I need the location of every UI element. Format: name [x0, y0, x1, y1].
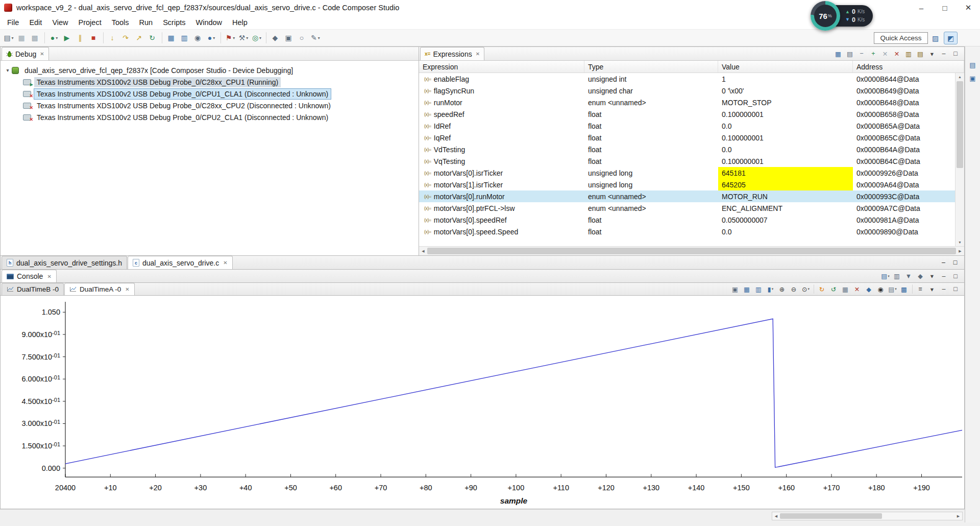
scroll-down-arrow[interactable]: ▼ [955, 238, 964, 246]
collapse-all-icon[interactable]: − [856, 49, 868, 59]
watch-icon[interactable]: ◉ [192, 32, 204, 44]
toggle-grid-icon[interactable]: ▦ [840, 284, 851, 295]
menu-tools[interactable]: Tools [107, 17, 134, 28]
restore-view-icon[interactable]: ▤ [967, 60, 978, 70]
close-tab-icon[interactable]: ✕ [223, 260, 227, 266]
expression-row[interactable]: enableFlag unsigned int 1 0x0000B644@Dat… [419, 73, 955, 85]
resume-icon[interactable]: ▶ [61, 32, 74, 44]
scroll-right-arrow[interactable]: ▶ [954, 514, 962, 518]
fast-view-icon[interactable]: ▣ [967, 73, 978, 83]
view-menu-icon[interactable]: ▾ [926, 284, 938, 295]
debug-tree-node[interactable]: Texas Instruments XDS100v2 USB Debug Pro… [1, 88, 419, 100]
debug-tree-node[interactable]: Texas Instruments XDS100v2 USB Debug Pro… [1, 76, 419, 88]
new-file-icon[interactable]: ▤▾ [3, 32, 15, 44]
maximize-button[interactable]: □ [933, 0, 957, 15]
maximize-icon[interactable]: □ [950, 271, 962, 281]
export-graph-icon[interactable]: ▣ [729, 284, 741, 295]
debug-icon[interactable]: ●▾ [48, 32, 60, 44]
axis-settings-icon[interactable]: ▥ [753, 284, 765, 295]
close-tab-icon[interactable]: ✕ [47, 274, 51, 279]
maximize-icon[interactable]: □ [950, 49, 962, 59]
menu-project[interactable]: Project [74, 17, 107, 28]
tab-source-file[interactable]: c dual_axis_servo_drive.c ✕ [128, 256, 233, 269]
system-monitor-overlay[interactable]: 76% ▲ 0K/s ▼ 0K/s [811, 1, 873, 31]
scrollbar-thumb[interactable] [957, 81, 963, 168]
column-header-address[interactable]: Address [853, 61, 964, 73]
expression-row[interactable]: speedRef float 0.100000001 0x0000B658@Da… [419, 108, 955, 120]
tab-settings-header-file[interactable]: h dual_axis_servo_drive_settings.h [2, 256, 127, 269]
open-console-icon[interactable]: ▤▾ [879, 271, 891, 281]
suspend-icon[interactable]: ∥ [75, 32, 87, 44]
zoom-out-icon[interactable]: ⊖ [788, 284, 800, 295]
pin-console-icon[interactable]: ◆ [915, 271, 926, 281]
menu-scripts[interactable]: Scripts [158, 17, 190, 28]
maximize-icon[interactable]: □ [950, 284, 962, 295]
refresh-graph-icon[interactable]: ↻ [816, 284, 828, 295]
expression-row[interactable]: flagSyncRun unsigned char 0 '\x00' 0x000… [419, 85, 955, 97]
quick-access-box[interactable]: Quick Access [874, 32, 928, 44]
tab-debug[interactable]: Debug ✕ [2, 47, 49, 60]
scrollbar-thumb[interactable] [780, 513, 882, 519]
menu-help[interactable]: Help [227, 17, 253, 28]
step-return-icon[interactable]: ↗ [133, 32, 145, 44]
tab-dualtimea[interactable]: DualTimeA -0 ✕ [64, 283, 135, 295]
find-icon[interactable]: ◉ [875, 284, 887, 295]
minimize-icon[interactable]: – [938, 284, 950, 295]
scroll-right-arrow[interactable]: ▶ [956, 249, 964, 253]
tab-expressions[interactable]: x= Expressions ✕ [420, 47, 484, 60]
expression-row[interactable]: motorVars[0].ptrFCL->lsw enum <unnamed> … [419, 202, 955, 214]
tab-console[interactable]: Console ✕ [2, 270, 57, 282]
scroll-lock-icon[interactable]: ▼ [903, 271, 915, 281]
expression-row[interactable]: motorVars[1].isrTicker unsigned long 645… [419, 179, 955, 190]
import-icon[interactable]: ▥ [903, 49, 915, 59]
graph-plot-area[interactable]: 1.0509.000x10-017.500x10-016.000x10-014.… [0, 296, 965, 509]
column-header-value[interactable]: Value [718, 61, 853, 73]
zoom-in-icon[interactable]: ⊕ [776, 284, 788, 295]
expression-row[interactable]: motorVars[0].speed.Speed float 0.0 0x000… [419, 226, 955, 237]
expression-row[interactable]: runMotor enum <unnamed> MOTOR_STOP 0x000… [419, 97, 955, 108]
clear-console-icon[interactable]: ▥ [891, 271, 903, 281]
expression-row[interactable]: IdRef float 0.0 0x0000B65A@Data [419, 120, 955, 132]
expression-row[interactable]: motorVars[0].isrTicker unsigned long 645… [419, 167, 955, 179]
scroll-left-arrow[interactable]: ◀ [419, 249, 427, 253]
maximize-icon[interactable]: □ [949, 257, 961, 268]
step-over-icon[interactable]: ↷ [120, 32, 132, 44]
remove-expression-icon[interactable]: ✕ [879, 49, 891, 59]
expression-row[interactable]: VdTesting float 0.0 0x0000B64A@Data [419, 144, 955, 155]
window-icon[interactable]: ▣ [283, 32, 295, 44]
save-icon[interactable]: ▦ [16, 32, 28, 44]
menu-view[interactable]: View [47, 17, 73, 28]
registers-icon[interactable]: ▥ [179, 32, 191, 44]
freeze-icon[interactable]: ◆ [863, 284, 875, 295]
column-header-expression[interactable]: Expression [419, 61, 584, 73]
build-icon[interactable]: ⚒▾ [237, 32, 250, 44]
memory-browser-icon[interactable]: ▦ [165, 32, 178, 44]
view-menu-icon[interactable]: ▾ [926, 271, 938, 281]
legend-icon[interactable]: ≡ [915, 284, 926, 295]
scrollbar-thumb[interactable] [427, 248, 956, 254]
step-into-icon[interactable]: ↓ [107, 32, 119, 44]
layout-icon[interactable]: ▤ [844, 49, 856, 59]
expression-row[interactable]: IqRef float 0.100000001 0x0000B65C@Data [419, 132, 955, 144]
search-icon[interactable]: ○ [296, 32, 308, 44]
vertical-scrollbar[interactable]: ▲ ▼ [955, 73, 964, 246]
add-expression-icon[interactable]: + [868, 49, 879, 59]
restart-icon[interactable]: ↻ [146, 32, 159, 44]
show-types-icon[interactable]: ▦ [832, 49, 844, 59]
expression-row[interactable]: VqTesting float 0.100000001 0x0000B64C@D… [419, 155, 955, 167]
minimize-icon[interactable]: – [938, 257, 949, 268]
expression-row[interactable]: motorVars[0].speedRef float 0.0500000007… [419, 214, 955, 226]
tab-dualtimeb[interactable]: DualTimeB -0 [2, 283, 64, 295]
properties-icon[interactable]: ▤▾ [887, 284, 898, 295]
magnitude-icon[interactable]: ▮▾ [765, 284, 776, 295]
debug-tree-node[interactable]: Texas Instruments XDS100v2 USB Debug Pro… [1, 111, 419, 123]
menu-window[interactable]: Window [190, 17, 227, 28]
breakpoints-icon[interactable]: ●▾ [205, 32, 217, 44]
debug-perspective-icon[interactable]: ◩ [944, 32, 958, 44]
open-perspective-icon[interactable]: ▨ [928, 32, 942, 44]
auto-scale-icon[interactable]: ↺ [828, 284, 840, 295]
menu-file[interactable]: File [2, 17, 24, 28]
collapse-arrow-icon[interactable]: ▾ [4, 67, 12, 73]
scroll-up-arrow[interactable]: ▲ [955, 73, 964, 81]
save-all-icon[interactable]: ▩ [29, 32, 41, 44]
